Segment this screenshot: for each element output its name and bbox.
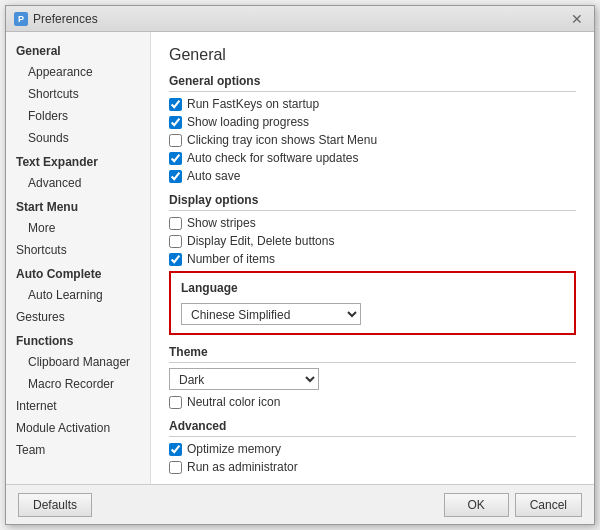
- display-options-header: Display options: [169, 193, 576, 211]
- sidebar-item-clipboard-manager[interactable]: Clipboard Manager: [6, 351, 150, 373]
- sidebar-item-advanced-sub[interactable]: Advanced: [6, 172, 150, 194]
- language-section: Language English Chinese Simplified Chin…: [169, 271, 576, 335]
- label-show-loading: Show loading progress: [187, 115, 309, 129]
- preferences-window: P Preferences ✕ General Appearance Short…: [5, 5, 595, 525]
- option-show-loading: Show loading progress: [169, 115, 576, 129]
- option-show-stripes: Show stripes: [169, 216, 576, 230]
- option-run-fastkeys: Run FastKeys on startup: [169, 97, 576, 111]
- sidebar: General Appearance Shortcuts Folders Sou…: [6, 32, 151, 484]
- option-run-admin: Run as administrator: [169, 460, 576, 474]
- option-auto-check: Auto check for software updates: [169, 151, 576, 165]
- checkbox-number-items[interactable]: [169, 253, 182, 266]
- theme-select[interactable]: Light Dark System: [169, 368, 319, 390]
- option-tray-icon: Clicking tray icon shows Start Menu: [169, 133, 576, 147]
- panel-title: General: [169, 46, 576, 64]
- sidebar-item-shortcuts[interactable]: Shortcuts: [6, 239, 150, 261]
- label-auto-save: Auto save: [187, 169, 240, 183]
- sidebar-item-appearance[interactable]: Appearance: [6, 61, 150, 83]
- checkbox-show-stripes[interactable]: [169, 217, 182, 230]
- sidebar-item-sounds[interactable]: Sounds: [6, 127, 150, 149]
- language-header: Language: [181, 281, 564, 295]
- content-area: General Appearance Shortcuts Folders Sou…: [6, 32, 594, 484]
- theme-header: Theme: [169, 345, 576, 363]
- label-auto-check: Auto check for software updates: [187, 151, 358, 165]
- checkbox-neutral-icon[interactable]: [169, 396, 182, 409]
- label-tray-icon: Clicking tray icon shows Start Menu: [187, 133, 377, 147]
- sidebar-item-start-menu[interactable]: Start Menu: [6, 194, 150, 217]
- advanced-header: Advanced: [169, 419, 576, 437]
- sidebar-item-general[interactable]: General: [6, 38, 150, 61]
- sidebar-item-more[interactable]: More: [6, 217, 150, 239]
- sidebar-item-functions[interactable]: Functions: [6, 328, 150, 351]
- language-select[interactable]: English Chinese Simplified Chinese Tradi…: [181, 303, 361, 325]
- option-neutral-icon: Neutral color icon: [169, 395, 576, 409]
- label-run-fastkeys: Run FastKeys on startup: [187, 97, 319, 111]
- sidebar-item-auto-complete[interactable]: Auto Complete: [6, 261, 150, 284]
- sidebar-item-macro-recorder[interactable]: Macro Recorder: [6, 373, 150, 395]
- label-show-stripes: Show stripes: [187, 216, 256, 230]
- checkbox-display-edit[interactable]: [169, 235, 182, 248]
- sidebar-item-folders[interactable]: Folders: [6, 105, 150, 127]
- checkbox-tray-icon[interactable]: [169, 134, 182, 147]
- main-panel: General General options Run FastKeys on …: [151, 32, 594, 484]
- label-optimize-memory: Optimize memory: [187, 442, 281, 456]
- option-number-items: Number of items: [169, 252, 576, 266]
- label-number-items: Number of items: [187, 252, 275, 266]
- label-display-edit: Display Edit, Delete buttons: [187, 234, 334, 248]
- footer: Defaults OK Cancel: [6, 484, 594, 524]
- label-neutral-icon: Neutral color icon: [187, 395, 280, 409]
- sidebar-item-team[interactable]: Team: [6, 439, 150, 461]
- checkbox-run-admin[interactable]: [169, 461, 182, 474]
- window-icon: P: [14, 12, 28, 26]
- sidebar-item-internet[interactable]: Internet: [6, 395, 150, 417]
- label-run-admin: Run as administrator: [187, 460, 298, 474]
- sidebar-item-auto-learning[interactable]: Auto Learning: [6, 284, 150, 306]
- option-auto-save: Auto save: [169, 169, 576, 183]
- option-optimize-memory: Optimize memory: [169, 442, 576, 456]
- checkbox-run-fastkeys[interactable]: [169, 98, 182, 111]
- sidebar-item-text-expander[interactable]: Text Expander: [6, 149, 150, 172]
- general-options-header: General options: [169, 74, 576, 92]
- checkbox-auto-save[interactable]: [169, 170, 182, 183]
- cancel-button[interactable]: Cancel: [515, 493, 582, 517]
- sidebar-item-shortcuts-sub[interactable]: Shortcuts: [6, 83, 150, 105]
- option-display-edit: Display Edit, Delete buttons: [169, 234, 576, 248]
- sidebar-item-gestures[interactable]: Gestures: [6, 306, 150, 328]
- sidebar-item-module-activation[interactable]: Module Activation: [6, 417, 150, 439]
- title-bar: P Preferences ✕: [6, 6, 594, 32]
- checkbox-optimize-memory[interactable]: [169, 443, 182, 456]
- dialog-buttons: OK Cancel: [444, 493, 582, 517]
- close-button[interactable]: ✕: [568, 10, 586, 28]
- title-bar-left: P Preferences: [14, 12, 98, 26]
- defaults-button[interactable]: Defaults: [18, 493, 92, 517]
- checkbox-auto-check[interactable]: [169, 152, 182, 165]
- window-title: Preferences: [33, 12, 98, 26]
- checkbox-show-loading[interactable]: [169, 116, 182, 129]
- ok-button[interactable]: OK: [444, 493, 509, 517]
